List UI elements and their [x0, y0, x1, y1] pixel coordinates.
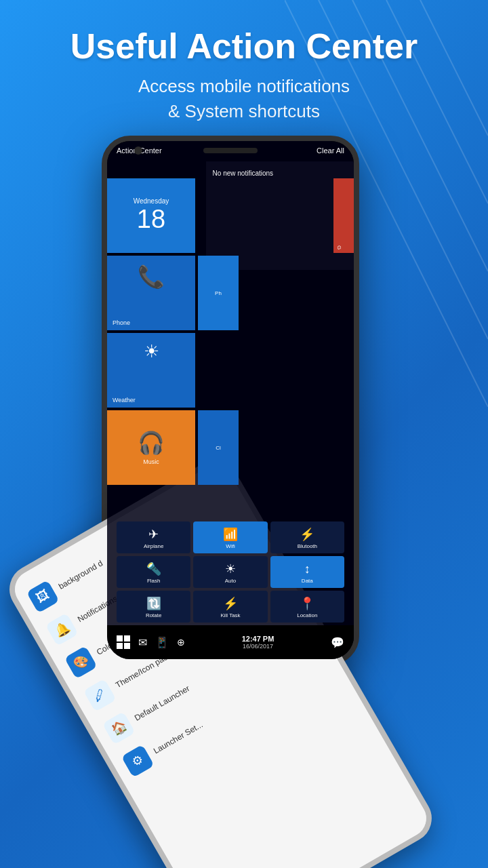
music-tile-label: Music: [143, 458, 159, 465]
windows-icon[interactable]: [117, 635, 130, 649]
airplane-label: Airplane: [144, 543, 163, 549]
taskbar: ✉ 📱 ⊕ 12:47 PM 16/06/2017 💬: [107, 625, 354, 659]
action-center-header: Action Center Clear All: [107, 141, 354, 160]
auto-button[interactable]: ☀ Auto: [193, 556, 267, 588]
colors-icon-box: 🎨: [64, 646, 98, 679]
notification-text: No new notifications: [213, 170, 347, 177]
rotate-button[interactable]: 🔃 Rotate: [117, 591, 190, 623]
windows-grid-cell: [117, 643, 123, 649]
launcher-settings-icon-box: ⚙: [121, 745, 155, 778]
taskbar-right: 💬: [331, 636, 344, 649]
flash-icon: 🔦: [146, 561, 161, 576]
data-button[interactable]: ↕ Data: [270, 556, 344, 588]
taskbar-time: 12:47 PM: [242, 635, 274, 643]
flash-button[interactable]: 🔦 Flash: [117, 556, 190, 588]
phone-tile-icon: 📞: [138, 264, 165, 290]
phone-small-tile[interactable]: Ph: [198, 256, 239, 330]
killtask-icon: ⚡: [223, 596, 238, 611]
bluetooth-icon: ⚡: [300, 527, 314, 542]
auto-label: Auto: [225, 578, 236, 584]
taskbar-left: ✉ 📱 ⊕: [117, 635, 185, 649]
windows-grid-cell: [117, 635, 123, 642]
flash-label: Flash: [147, 578, 161, 584]
notifications-icon-box: 🔔: [45, 613, 79, 646]
messages-icon[interactable]: 💬: [331, 637, 344, 648]
ac-clear[interactable]: Clear All: [317, 146, 344, 155]
ac-title: Action Center: [117, 146, 162, 155]
mail-icon[interactable]: ✉: [138, 636, 147, 649]
c-small-label: Cl: [216, 445, 221, 451]
rotate-icon: 🔃: [146, 596, 161, 611]
music-tile[interactable]: 🎧 Music: [107, 410, 195, 485]
qa-row-3: 🔃 Rotate ⚡ Kill Task 📍 Location: [117, 591, 344, 623]
killtask-label: Kill Task: [220, 612, 240, 618]
windows-grid-cell: [124, 635, 130, 642]
weather-tile-label: Weather: [113, 397, 136, 403]
qa-row-2: 🔦 Flash ☀ Auto ↕ Data: [117, 556, 344, 588]
phone-tile-label: Phone: [113, 319, 130, 326]
weather-tile[interactable]: ☀ Weather: [107, 333, 195, 408]
taskbar-date: 16/06/2017: [242, 643, 274, 650]
phone-main: Action Center Clear All No new notificat…: [102, 136, 359, 665]
location-button[interactable]: 📍 Location: [270, 591, 344, 623]
background-icon-box: 🖼: [26, 580, 60, 613]
red-tile: G: [333, 178, 354, 253]
tile-day: Wednesday: [134, 197, 169, 205]
taskbar-clock: 12:47 PM 16/06/2017: [242, 635, 274, 650]
theme-icon-box: 🖊: [83, 679, 117, 712]
launcher-icon-box: 🏠: [102, 711, 136, 745]
background-label: background d: [57, 558, 104, 591]
notification-area: No new notifications: [206, 161, 354, 270]
data-label: Data: [302, 578, 313, 584]
chrome-icon[interactable]: ⊕: [177, 637, 185, 648]
bluetooth-label: Blutooth: [298, 543, 317, 549]
windows-grid-cell: [124, 643, 130, 649]
quick-actions: ✈ Airplane 📶 Wifi ⚡ Blutooth 🔦: [107, 521, 354, 625]
airplane-icon: ✈: [148, 527, 159, 542]
phone-screen: Action Center Clear All No new notificat…: [107, 141, 354, 659]
main-subtitle: Access mobile notifications& System shor…: [41, 74, 447, 123]
rotate-label: Rotate: [146, 612, 162, 618]
auto-icon: ☀: [225, 561, 236, 576]
header: Useful Action Center Access mobile notif…: [0, 0, 488, 137]
weather-tile-icon: ☀: [144, 341, 159, 362]
main-title: Useful Action Center: [41, 27, 447, 66]
airplane-button[interactable]: ✈ Airplane: [117, 521, 190, 553]
red-tile-label: G: [336, 245, 342, 250]
bluetooth-button[interactable]: ⚡ Blutooth: [270, 521, 344, 553]
date-tile[interactable]: Wednesday 18: [107, 178, 195, 253]
phone-wrapper: Action Center Clear All No new notificat…: [102, 136, 386, 800]
location-icon: 📍: [300, 596, 314, 611]
phone-icon[interactable]: 📱: [155, 636, 169, 649]
phone-tile[interactable]: 📞 Phone: [107, 256, 195, 330]
wifi-icon: 📶: [223, 527, 238, 542]
wifi-button[interactable]: 📶 Wifi: [193, 521, 267, 553]
killtask-button[interactable]: ⚡ Kill Task: [193, 591, 267, 623]
phone-small-label: Ph: [215, 290, 222, 296]
data-icon: ↕: [304, 562, 310, 576]
location-label: Location: [297, 612, 317, 618]
music-tile-icon: 🎧: [138, 430, 165, 456]
tile-number: 18: [137, 205, 165, 234]
launcher-settings-label: Launcher Set...: [152, 720, 204, 756]
c-small-tile[interactable]: Cl: [198, 410, 239, 485]
wifi-label: Wifi: [226, 543, 235, 549]
qa-row-1: ✈ Airplane 📶 Wifi ⚡ Blutooth: [117, 521, 344, 553]
